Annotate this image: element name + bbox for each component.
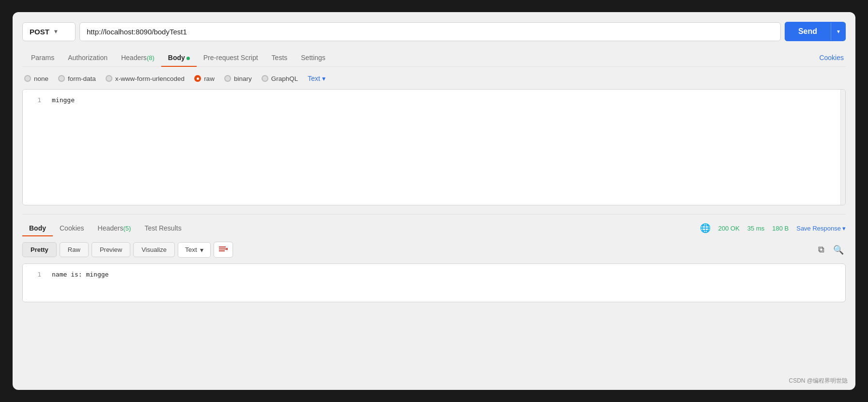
tab-body[interactable]: Body [161, 49, 197, 66]
tab-settings[interactable]: Settings [294, 49, 332, 66]
fmt-visualize-button[interactable]: Visualize [133, 242, 175, 257]
cookies-link[interactable]: Cookies [819, 54, 844, 62]
resp-headers-badge: (5) [124, 225, 131, 232]
response-tabs: Body Cookies Headers(5) Test Results [22, 220, 188, 236]
response-status-bar: 🌐 200 OK 35 ms 180 B Save Response ▾ [700, 223, 846, 233]
radio-binary[interactable]: binary [224, 75, 252, 82]
response-time: 35 ms [747, 225, 764, 232]
tab-tests[interactable]: Tests [265, 49, 294, 66]
save-response-button[interactable]: Save Response ▾ [796, 225, 846, 232]
response-action-icons: ⧉ 🔍 [816, 243, 846, 257]
method-label: POST [30, 28, 49, 36]
request-tabs: Params Authorization Headers(8) Body Pre… [22, 49, 846, 67]
fmt-preview-button[interactable]: Preview [92, 242, 130, 257]
fmt-raw-button[interactable]: Raw [60, 242, 89, 257]
status-code: 200 OK [718, 225, 740, 232]
response-size: 180 B [772, 225, 789, 232]
resp-tab-body[interactable]: Body [22, 220, 53, 236]
resp-tab-cookies[interactable]: Cookies [53, 220, 91, 236]
request-editor: 1 mingge [22, 89, 846, 205]
method-chevron-icon: ▾ [54, 28, 57, 35]
send-button[interactable]: Send [785, 22, 831, 41]
radio-circle-raw [194, 75, 201, 82]
save-response-chevron-icon: ▾ [842, 225, 846, 232]
tab-prerequest[interactable]: Pre-request Script [197, 49, 265, 66]
resp-tab-headers[interactable]: Headers(5) [91, 220, 138, 236]
request-body-input[interactable]: mingge [46, 90, 840, 205]
globe-icon: 🌐 [700, 223, 711, 233]
radio-graphql[interactable]: GraphQL [262, 75, 298, 82]
response-format-chevron-icon: ▾ [200, 246, 203, 254]
copy-icon[interactable]: ⧉ [816, 243, 826, 257]
headers-badge: (8) [147, 54, 155, 62]
send-button-container: Send ▾ [785, 22, 846, 41]
body-options: none form-data x-www-form-urlencoded raw… [22, 75, 846, 82]
response-editor: 1 name is: mingge [22, 263, 846, 302]
search-icon[interactable]: 🔍 [831, 243, 846, 257]
radio-circle-none [24, 75, 31, 82]
radio-circle-form-data [58, 75, 65, 82]
fmt-pretty-button[interactable]: Pretty [22, 242, 57, 257]
editor-line-numbers: 1 [23, 90, 46, 205]
response-line-numbers: 1 [23, 264, 46, 302]
watermark: CSDN @编程界明世隐 [789, 377, 848, 385]
response-format-bar: Pretty Raw Preview Visualize Text ▾ ⧉ 🔍 [22, 242, 846, 258]
response-tabs-row: Body Cookies Headers(5) Test Results 🌐 2… [22, 220, 846, 236]
wrap-lines-button[interactable] [214, 242, 233, 258]
resp-tab-test-results[interactable]: Test Results [138, 220, 188, 236]
radio-raw[interactable]: raw [194, 75, 215, 82]
response-format-dropdown[interactable]: Text ▾ [178, 242, 211, 258]
method-select[interactable]: POST ▾ [22, 22, 76, 41]
section-divider [22, 214, 846, 215]
tab-params[interactable]: Params [24, 49, 61, 66]
tab-authorization[interactable]: Authorization [61, 49, 114, 66]
radio-none[interactable]: none [24, 75, 48, 82]
raw-format-dropdown[interactable]: Text ▾ [308, 75, 326, 82]
body-active-dot [186, 57, 190, 60]
radio-circle-urlencoded [106, 75, 112, 82]
radio-circle-graphql [262, 75, 268, 82]
radio-circle-binary [224, 75, 231, 82]
response-body-content: name is: mingge [46, 264, 845, 302]
tab-headers[interactable]: Headers(8) [114, 49, 161, 66]
send-dropdown-button[interactable]: ▾ [831, 23, 846, 40]
editor-scrollbar[interactable] [840, 90, 845, 205]
radio-urlencoded[interactable]: x-www-form-urlencoded [106, 75, 185, 82]
wrap-icon [219, 246, 228, 252]
url-input[interactable] [79, 22, 781, 41]
text-dropdown-chevron-icon: ▾ [322, 75, 326, 82]
radio-form-data[interactable]: form-data [58, 75, 96, 82]
